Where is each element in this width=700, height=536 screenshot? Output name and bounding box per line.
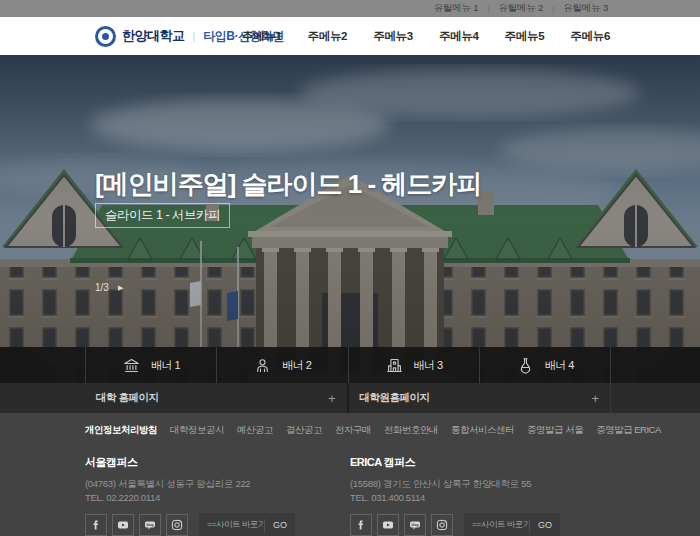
accordion-label: 대학원홈페이지 — [360, 391, 430, 405]
banner-1[interactable]: 배너 1 — [85, 347, 216, 383]
footer-link-privacy[interactable]: 개인정보처리방침 — [85, 424, 157, 437]
blog-icon[interactable]: blog — [404, 514, 426, 536]
slider-pagination: 1/3 ▶ — [95, 282, 123, 293]
footer-link-certificates-seoul[interactable]: 증명발급 서울 — [527, 424, 583, 437]
slider-play-icon[interactable]: ▶ — [118, 284, 123, 292]
campus-name: ERICA 캠퍼스 — [350, 455, 610, 470]
footer-link-budget-notice[interactable]: 예산공고 — [237, 424, 273, 437]
util-menu-1[interactable]: 유틸메뉴 1 — [434, 2, 479, 15]
footer-link-settlement-notice[interactable]: 결산공고 — [286, 424, 322, 437]
footer-link-service-center[interactable]: 통합서비스센터 — [451, 424, 514, 437]
svg-text:blog: blog — [146, 523, 153, 527]
campus-address: (15588) 경기도 안산시 상록구 한양대학로 55 — [350, 477, 610, 491]
divider: | — [552, 4, 554, 13]
campus-address: (04763) 서울특별시 성동구 왕십리로 222 — [85, 477, 345, 491]
flask-icon — [516, 356, 535, 375]
accordion-university-homepage[interactable]: 대학 홈페이지 + — [85, 383, 349, 413]
banner-label: 배너 1 — [151, 358, 180, 373]
instagram-icon[interactable] — [166, 514, 188, 536]
social-row: blog ==사이트 바로가기== GO — [350, 513, 610, 536]
svg-text:blog: blog — [411, 523, 418, 527]
site-shortcut-select[interactable]: ==사이트 바로가기== GO — [464, 513, 560, 536]
youtube-icon[interactable] — [112, 514, 134, 536]
banner-strip: 배너 1 배너 2 배너 3 — [0, 347, 700, 383]
hero-slider: [메인비주얼] 슬라이드 1 - 헤드카피 슬라이드 1 - 서브카피 1/3 … — [0, 55, 700, 383]
accordion-label: 대학 홈페이지 — [96, 391, 158, 405]
util-menu-3[interactable]: 유틸메뉴 3 — [563, 2, 608, 15]
university-logo-icon — [95, 26, 116, 47]
banner-label: 배너 4 — [545, 358, 574, 373]
main-menu-3[interactable]: 주메뉴3 — [373, 29, 413, 44]
utility-bar: 유틸메뉴 1 | 유틸메뉴 2 | 유틸메뉴 3 — [0, 0, 700, 17]
university-name[interactable]: 한양대학교 — [122, 27, 185, 45]
instagram-icon[interactable] — [431, 514, 453, 536]
banner-4[interactable]: 배너 4 — [479, 347, 611, 383]
blog-icon[interactable]: blog — [139, 514, 161, 536]
go-button[interactable]: GO — [264, 519, 295, 532]
facebook-icon[interactable] — [85, 514, 107, 536]
main-menu-6[interactable]: 주메뉴6 — [570, 29, 610, 44]
footer-link-eprocurement[interactable]: 전자구매 — [335, 424, 371, 437]
divider: | — [487, 4, 489, 13]
footer-link-phone-directory[interactable]: 전화번호안내 — [384, 424, 438, 437]
site-shortcut-placeholder: ==사이트 바로가기== — [464, 519, 529, 531]
banner-label: 배너 2 — [282, 358, 311, 373]
main-menu-5[interactable]: 주메뉴5 — [505, 29, 545, 44]
main-menu-1[interactable]: 주메뉴1 — [242, 29, 282, 44]
header: 한양대학교 | 타입B·신청화면 주메뉴1 주메뉴2 주메뉴3 주메뉴4 주메뉴… — [0, 17, 700, 55]
accordion-strip: 대학 홈페이지 + 대학원홈페이지 + — [0, 383, 700, 413]
footer: 개인정보처리방침 대학정보공시 예산공고 결산공고 전자구매 전화번호안내 통합… — [0, 413, 700, 536]
footer-link-info-disclosure[interactable]: 대학정보공시 — [170, 424, 224, 437]
campus-tel: TEL. 02.2220.0114 — [85, 491, 345, 505]
social-row: blog ==사이트 바로가기== GO — [85, 513, 345, 536]
main-menu-2[interactable]: 주메뉴2 — [307, 29, 347, 44]
go-button[interactable]: GO — [529, 519, 560, 532]
main-menu-4[interactable]: 주메뉴4 — [439, 29, 479, 44]
divider: | — [193, 30, 196, 42]
site-shortcut-select[interactable]: ==사이트 바로가기== GO — [199, 513, 295, 536]
page: 유틸메뉴 1 | 유틸메뉴 2 | 유틸메뉴 3 한양대학교 | 타입B·신청화… — [0, 0, 700, 536]
bank-icon — [122, 356, 141, 375]
plus-icon: + — [591, 391, 599, 406]
building-icon — [385, 356, 404, 375]
facebook-icon[interactable] — [350, 514, 372, 536]
campus-erica: ERICA 캠퍼스 (15588) 경기도 안산시 상록구 한양대학로 55 T… — [350, 455, 610, 536]
site-shortcut-placeholder: ==사이트 바로가기== — [199, 519, 264, 531]
hero-subcopy: 슬라이드 1 - 서브카피 — [95, 203, 230, 228]
campus-seoul: 서울캠퍼스 (04763) 서울특별시 성동구 왕십리로 222 TEL. 02… — [85, 455, 345, 536]
banner-label: 배너 3 — [414, 358, 443, 373]
hero-headline: [메인비주얼] 슬라이드 1 - 헤드카피 — [95, 167, 481, 202]
footer-link-certificates-erica[interactable]: 증명발급 ERICA — [596, 424, 661, 437]
banner-2[interactable]: 배너 2 — [216, 347, 347, 383]
footer-links: 개인정보처리방침 대학정보공시 예산공고 결산공고 전자구매 전화번호안내 통합… — [85, 424, 661, 437]
banner-3[interactable]: 배너 3 — [348, 347, 479, 383]
accordion-gradschool-homepage[interactable]: 대학원홈페이지 + — [349, 383, 611, 413]
plus-icon: + — [328, 391, 336, 406]
slide-counter: 1/3 — [95, 282, 109, 293]
campus-tel: TEL. 031.400.5114 — [350, 491, 610, 505]
main-menu: 주메뉴1 주메뉴2 주메뉴3 주메뉴4 주메뉴5 주메뉴6 — [242, 29, 610, 44]
util-menu-2[interactable]: 유틸메뉴 2 — [498, 2, 543, 15]
youtube-icon[interactable] — [377, 514, 399, 536]
campus-name: 서울캠퍼스 — [85, 455, 345, 470]
person-icon — [253, 356, 272, 375]
